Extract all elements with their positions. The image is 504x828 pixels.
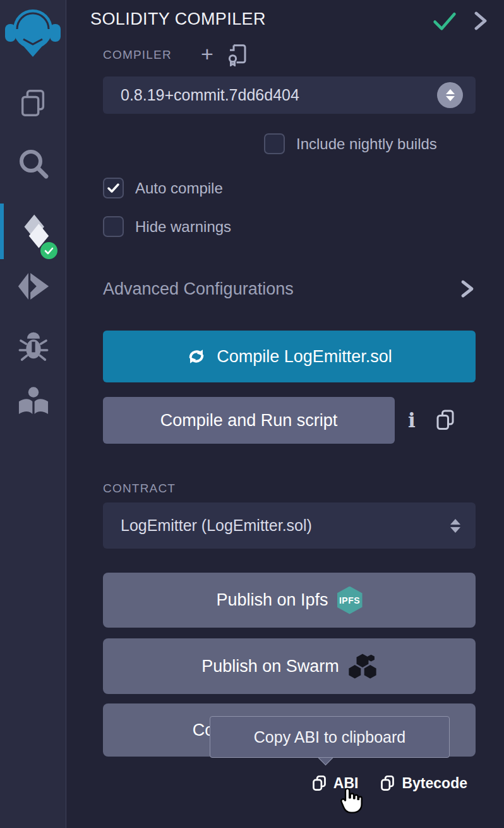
compiler-license-icon[interactable] <box>226 42 249 69</box>
copy-bytecode-label: Bytecode <box>402 775 467 792</box>
compile-and-run-button[interactable]: Compile and Run script <box>103 397 395 444</box>
compiler-section-label: COMPILER <box>103 48 172 62</box>
nightly-builds-label: Include nightly builds <box>296 135 437 153</box>
select-updown-icon <box>450 519 460 533</box>
info-icon[interactable]: i <box>408 411 416 430</box>
publish-ipfs-button[interactable]: Publish on Ipfs IPFS <box>103 573 476 628</box>
advanced-configurations-toggle[interactable]: Advanced Configurations <box>103 278 476 300</box>
compile-button[interactable]: Compile LogEmitter.sol <box>103 331 476 382</box>
auto-compile-checkbox[interactable] <box>103 178 124 198</box>
sidebar-item-file-explorer[interactable] <box>0 85 66 122</box>
compiler-version-value: 0.8.19+commit.7dd6d404 <box>121 86 299 104</box>
check-icon <box>107 183 119 193</box>
files-icon <box>18 87 49 120</box>
copy-row: ABI Bytecode <box>311 775 467 792</box>
sidebar-item-learneth[interactable] <box>0 382 66 423</box>
ipfs-icon: IPFS <box>337 587 363 614</box>
copy-script-icon[interactable] <box>435 409 456 432</box>
solidity-compiler-panel: SOLIDITY COMPILER COMPILER + 0.8.19+comm… <box>67 0 504 828</box>
copy-abi-tooltip: Copy ABI to clipboard <box>210 716 450 758</box>
swarm-icon <box>348 653 377 679</box>
publish-swarm-button[interactable]: Publish on Swarm <box>103 638 476 694</box>
hide-warnings-checkbox[interactable] <box>103 216 124 237</box>
add-compiler-icon[interactable]: + <box>201 43 213 64</box>
hide-warnings-label: Hide warnings <box>135 218 231 236</box>
chevron-right-icon <box>459 278 476 300</box>
hide-warnings-checkbox-row[interactable]: Hide warnings <box>103 216 231 237</box>
nightly-builds-checkbox[interactable] <box>264 133 285 154</box>
publish-ipfs-label: Publish on Ipfs <box>216 590 328 610</box>
copy-icon <box>380 775 395 792</box>
icon-sidebar <box>0 0 66 828</box>
book-reader-icon <box>16 385 51 420</box>
bug-icon <box>18 331 49 363</box>
compile-success-badge <box>40 242 57 259</box>
compile-success-check-icon <box>432 10 457 34</box>
sidebar-item-debugger[interactable] <box>0 329 66 365</box>
mouse-cursor-pointer-icon <box>337 788 364 819</box>
sidebar-item-search[interactable] <box>0 144 66 183</box>
select-updown-icon <box>437 82 463 108</box>
compiler-version-select[interactable]: 0.8.19+commit.7dd6d404 <box>103 76 476 114</box>
page-title: SOLIDITY COMPILER <box>90 9 266 29</box>
copy-abi-button[interactable]: ABI <box>311 775 359 792</box>
copy-bytecode-button[interactable]: Bytecode <box>380 775 467 792</box>
contract-select[interactable]: LogEmitter (LogEmitter.sol) <box>103 502 476 549</box>
copy-icon <box>311 775 327 792</box>
compile-button-label: Compile LogEmitter.sol <box>217 347 392 367</box>
auto-compile-checkbox-row[interactable]: Auto compile <box>103 178 223 198</box>
compile-and-run-label: Compile and Run script <box>160 411 338 430</box>
copy-abi-label: ABI <box>333 775 359 792</box>
contract-select-value: LogEmitter (LogEmitter.sol) <box>121 516 312 535</box>
panel-collapse-chevron-icon[interactable] <box>471 9 489 35</box>
remix-logo <box>4 4 61 62</box>
auto-compile-label: Auto compile <box>135 180 223 197</box>
sidebar-item-deploy-run[interactable] <box>0 265 66 307</box>
advanced-configurations-label: Advanced Configurations <box>103 279 294 299</box>
search-icon <box>16 147 51 181</box>
publish-swarm-label: Publish on Swarm <box>201 657 339 676</box>
nightly-builds-checkbox-row[interactable]: Include nightly builds <box>264 133 437 154</box>
deploy-run-icon <box>15 270 52 303</box>
contract-section-label: CONTRACT <box>103 482 176 496</box>
sidebar-item-solidity-compiler[interactable] <box>0 207 66 255</box>
refresh-icon <box>186 346 207 367</box>
